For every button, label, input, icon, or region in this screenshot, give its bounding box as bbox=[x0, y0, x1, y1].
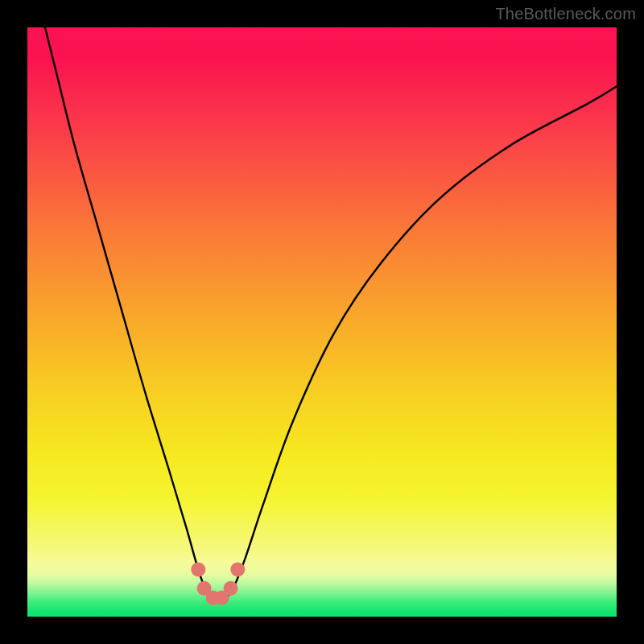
attribution-text: TheBottleneck.com bbox=[495, 5, 636, 23]
curve-svg bbox=[27, 27, 617, 617]
bottleneck-curve bbox=[45, 27, 617, 602]
curve-marker bbox=[230, 562, 245, 576]
curve-markers bbox=[191, 562, 245, 605]
curve-marker bbox=[191, 562, 205, 576]
curve-marker bbox=[224, 581, 238, 596]
plot-area bbox=[27, 27, 617, 617]
chart-frame: TheBottleneck.com bbox=[0, 0, 644, 644]
